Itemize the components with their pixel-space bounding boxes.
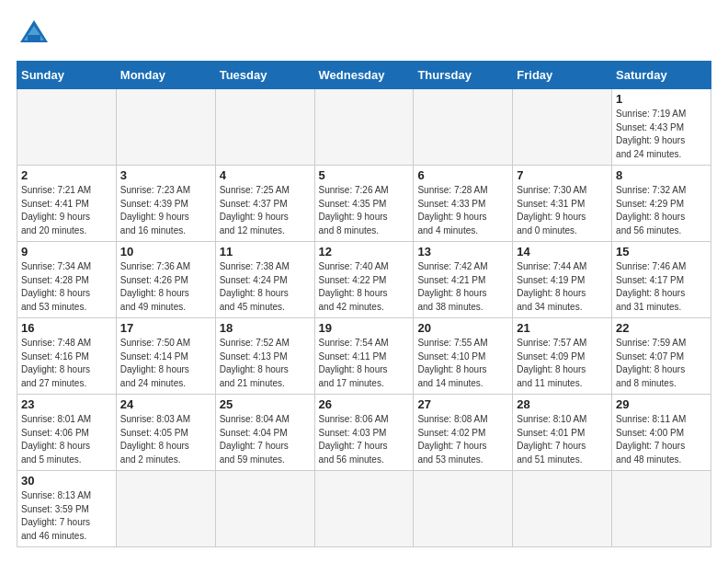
day-cell (116, 471, 215, 547)
day-number: 20 (417, 321, 508, 335)
day-cell (215, 89, 314, 166)
day-number: 24 (120, 397, 211, 411)
day-info: Sunrise: 7:30 AM Sunset: 4:31 PM Dayligh… (517, 184, 608, 237)
day-cell: 9Sunrise: 7:34 AM Sunset: 4:28 PM Daylig… (17, 242, 117, 318)
day-number: 8 (616, 168, 707, 182)
day-info: Sunrise: 7:34 AM Sunset: 4:28 PM Dayligh… (21, 260, 112, 314)
day-number: 21 (517, 321, 608, 335)
day-info: Sunrise: 8:08 AM Sunset: 4:02 PM Dayligh… (417, 413, 508, 466)
day-header-monday: Monday (116, 62, 215, 89)
day-info: Sunrise: 8:04 AM Sunset: 4:04 PM Dayligh… (220, 413, 311, 466)
day-info: Sunrise: 8:01 AM Sunset: 4:06 PM Dayligh… (21, 413, 112, 466)
day-cell: 27Sunrise: 8:08 AM Sunset: 4:02 PM Dayli… (414, 395, 513, 471)
day-cell: 1Sunrise: 7:19 AM Sunset: 4:43 PM Daylig… (612, 89, 711, 166)
day-number: 11 (220, 245, 311, 259)
day-cell (215, 471, 314, 547)
day-info: Sunrise: 7:57 AM Sunset: 4:09 PM Dayligh… (517, 337, 608, 390)
svg-rect-2 (28, 35, 40, 42)
week-row-0: 1Sunrise: 7:19 AM Sunset: 4:43 PM Daylig… (17, 89, 711, 166)
day-cell: 6Sunrise: 7:28 AM Sunset: 4:33 PM Daylig… (414, 166, 513, 242)
day-cell: 11Sunrise: 7:38 AM Sunset: 4:24 PM Dayli… (215, 242, 314, 318)
day-info: Sunrise: 7:54 AM Sunset: 4:11 PM Dayligh… (319, 337, 410, 390)
day-number: 30 (21, 474, 112, 488)
day-cell: 7Sunrise: 7:30 AM Sunset: 4:31 PM Daylig… (513, 166, 612, 242)
day-header-thursday: Thursday (414, 62, 513, 89)
day-info: Sunrise: 7:44 AM Sunset: 4:19 PM Dayligh… (517, 260, 608, 314)
day-number: 26 (319, 397, 410, 411)
day-cell: 4Sunrise: 7:25 AM Sunset: 4:37 PM Daylig… (215, 166, 314, 242)
day-info: Sunrise: 7:42 AM Sunset: 4:21 PM Dayligh… (417, 260, 508, 314)
week-row-2: 9Sunrise: 7:34 AM Sunset: 4:28 PM Daylig… (17, 242, 711, 318)
day-info: Sunrise: 7:19 AM Sunset: 4:43 PM Dayligh… (616, 108, 707, 161)
day-cell: 16Sunrise: 7:48 AM Sunset: 4:16 PM Dayli… (17, 318, 117, 395)
day-header-tuesday: Tuesday (215, 62, 314, 89)
day-info: Sunrise: 7:26 AM Sunset: 4:35 PM Dayligh… (319, 184, 410, 237)
day-number: 4 (220, 168, 311, 182)
day-cell (116, 89, 215, 166)
day-cell (414, 471, 513, 547)
day-info: Sunrise: 7:52 AM Sunset: 4:13 PM Dayligh… (220, 337, 311, 390)
day-number: 17 (120, 321, 211, 335)
day-cell (513, 471, 612, 547)
day-info: Sunrise: 8:03 AM Sunset: 4:05 PM Dayligh… (120, 413, 211, 466)
day-cell: 21Sunrise: 7:57 AM Sunset: 4:09 PM Dayli… (513, 318, 612, 395)
day-info: Sunrise: 7:25 AM Sunset: 4:37 PM Dayligh… (220, 184, 311, 237)
day-info: Sunrise: 8:11 AM Sunset: 4:00 PM Dayligh… (616, 413, 707, 466)
day-info: Sunrise: 7:46 AM Sunset: 4:17 PM Dayligh… (616, 260, 707, 314)
day-number: 7 (517, 168, 608, 182)
day-number: 19 (319, 321, 410, 335)
day-number: 9 (21, 245, 112, 259)
day-header-saturday: Saturday (612, 62, 711, 89)
day-cell: 19Sunrise: 7:54 AM Sunset: 4:11 PM Dayli… (314, 318, 414, 395)
day-number: 29 (616, 397, 707, 411)
day-info: Sunrise: 7:36 AM Sunset: 4:26 PM Dayligh… (120, 260, 211, 314)
day-cell: 24Sunrise: 8:03 AM Sunset: 4:05 PM Dayli… (116, 395, 215, 471)
day-cell (17, 89, 117, 166)
day-cell (414, 89, 513, 166)
week-row-1: 2Sunrise: 7:21 AM Sunset: 4:41 PM Daylig… (17, 166, 711, 242)
day-info: Sunrise: 7:21 AM Sunset: 4:41 PM Dayligh… (21, 184, 112, 237)
day-number: 14 (517, 245, 608, 259)
day-info: Sunrise: 7:59 AM Sunset: 4:07 PM Dayligh… (616, 337, 707, 390)
day-cell: 14Sunrise: 7:44 AM Sunset: 4:19 PM Dayli… (513, 242, 612, 318)
day-cell: 8Sunrise: 7:32 AM Sunset: 4:29 PM Daylig… (612, 166, 711, 242)
calendar: SundayMondayTuesdayWednesdayThursdayFrid… (17, 61, 711, 547)
day-info: Sunrise: 8:10 AM Sunset: 4:01 PM Dayligh… (517, 413, 608, 466)
day-number: 16 (21, 321, 112, 335)
day-cell: 29Sunrise: 8:11 AM Sunset: 4:00 PM Dayli… (612, 395, 711, 471)
week-row-4: 23Sunrise: 8:01 AM Sunset: 4:06 PM Dayli… (17, 395, 711, 471)
day-cell (314, 471, 414, 547)
day-info: Sunrise: 7:38 AM Sunset: 4:24 PM Dayligh… (220, 260, 311, 314)
day-cell (513, 89, 612, 166)
day-cell (612, 471, 711, 547)
day-cell: 20Sunrise: 7:55 AM Sunset: 4:10 PM Dayli… (414, 318, 513, 395)
day-number: 13 (417, 245, 508, 259)
logo (17, 17, 57, 52)
day-cell: 12Sunrise: 7:40 AM Sunset: 4:22 PM Dayli… (314, 242, 414, 318)
logo-icon (17, 17, 51, 52)
day-info: Sunrise: 7:28 AM Sunset: 4:33 PM Dayligh… (417, 184, 508, 237)
day-info: Sunrise: 7:40 AM Sunset: 4:22 PM Dayligh… (319, 260, 410, 314)
page: SundayMondayTuesdayWednesdayThursdayFrid… (0, 0, 728, 557)
day-number: 2 (21, 168, 112, 182)
day-cell: 23Sunrise: 8:01 AM Sunset: 4:06 PM Dayli… (17, 395, 117, 471)
day-info: Sunrise: 8:06 AM Sunset: 4:03 PM Dayligh… (319, 413, 410, 466)
day-cell: 5Sunrise: 7:26 AM Sunset: 4:35 PM Daylig… (314, 166, 414, 242)
day-number: 5 (319, 168, 410, 182)
day-cell: 3Sunrise: 7:23 AM Sunset: 4:39 PM Daylig… (116, 166, 215, 242)
day-number: 28 (517, 397, 608, 411)
day-cell: 28Sunrise: 8:10 AM Sunset: 4:01 PM Dayli… (513, 395, 612, 471)
day-cell: 13Sunrise: 7:42 AM Sunset: 4:21 PM Dayli… (414, 242, 513, 318)
day-cell: 17Sunrise: 7:50 AM Sunset: 4:14 PM Dayli… (116, 318, 215, 395)
week-row-3: 16Sunrise: 7:48 AM Sunset: 4:16 PM Dayli… (17, 318, 711, 395)
day-cell: 10Sunrise: 7:36 AM Sunset: 4:26 PM Dayli… (116, 242, 215, 318)
days-header-row: SundayMondayTuesdayWednesdayThursdayFrid… (17, 62, 711, 89)
day-cell: 25Sunrise: 8:04 AM Sunset: 4:04 PM Dayli… (215, 395, 314, 471)
day-number: 6 (417, 168, 508, 182)
day-number: 10 (120, 245, 211, 259)
day-number: 15 (616, 245, 707, 259)
day-info: Sunrise: 7:23 AM Sunset: 4:39 PM Dayligh… (120, 184, 211, 237)
week-row-5: 30Sunrise: 8:13 AM Sunset: 3:59 PM Dayli… (17, 471, 711, 547)
day-cell: 2Sunrise: 7:21 AM Sunset: 4:41 PM Daylig… (17, 166, 117, 242)
day-number: 1 (616, 92, 707, 106)
